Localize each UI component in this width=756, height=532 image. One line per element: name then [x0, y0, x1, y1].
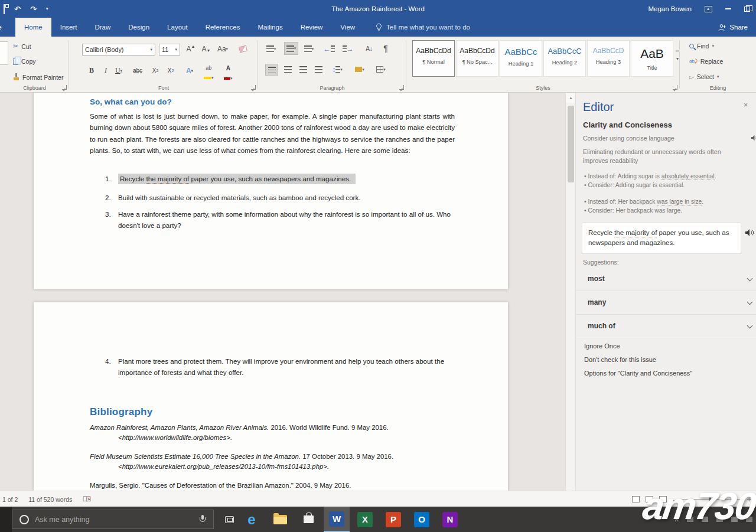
style-heading-3[interactable]: AaBbCcD Heading 3	[587, 40, 630, 77]
style-heading-2[interactable]: AaBbCcC Heading 2	[543, 40, 586, 77]
style-normal[interactable]: AaBbCcDd ¶ Normal	[412, 40, 455, 77]
restore-icon[interactable]	[744, 6, 750, 12]
format-painter-button[interactable]: Format Painter	[13, 73, 63, 81]
font-size-select[interactable]: 11▾	[159, 44, 180, 56]
select-button[interactable]: ▻Select▾	[689, 73, 719, 80]
taskbar-powerpoint[interactable]: P	[380, 507, 406, 532]
tab-mailings[interactable]: Mailings	[249, 18, 291, 37]
proofing-errors-icon[interactable]	[83, 495, 92, 503]
suggestion-much-of[interactable]: much of	[576, 315, 756, 338]
line-spacing-button[interactable]: ↕▾	[331, 64, 343, 75]
tab-file[interactable]: File	[0, 18, 15, 37]
ignore-once-link[interactable]: Ignore Once	[584, 342, 620, 350]
tab-home[interactable]: Home	[15, 18, 51, 37]
page-indicator[interactable]: 1 of 2	[2, 496, 18, 503]
underline-button[interactable]: U▾	[113, 65, 125, 76]
tab-design[interactable]: Design	[119, 18, 158, 37]
shading-button[interactable]: ▾	[354, 64, 366, 75]
font-color-button[interactable]: A▾	[224, 65, 233, 82]
flagged-sentence-box[interactable]: Recycle the majority of paper you use, s…	[582, 222, 741, 254]
strikethrough-button[interactable]: abc	[132, 65, 144, 76]
tell-me-box[interactable]: Tell me what you want to do	[376, 18, 470, 37]
word-count[interactable]: 11 of 520 words	[28, 496, 72, 503]
chevron-down-icon[interactable]	[747, 323, 753, 329]
multilevel-list-button[interactable]: ▾	[303, 43, 315, 54]
align-right-button[interactable]	[297, 64, 309, 75]
italic-button[interactable]: I	[100, 65, 112, 76]
page-1[interactable]: So, what can you do? Some of what is los…	[34, 93, 508, 289]
options-link[interactable]: Options for "Clarity and Conciseness"	[584, 370, 692, 377]
tab-references[interactable]: References	[197, 18, 249, 37]
paragraph-dialog-launcher[interactable]	[399, 85, 404, 90]
suggestion-many[interactable]: many	[576, 291, 756, 315]
dont-check-link[interactable]: Don't check for this issue	[584, 356, 656, 363]
am730-watermark: am730	[640, 487, 756, 525]
style-title[interactable]: AaB Title	[631, 40, 673, 77]
chevron-down-icon[interactable]	[747, 276, 753, 282]
signed-in-user[interactable]: Megan Bowen	[648, 5, 692, 12]
scrollbar-thumb[interactable]	[568, 106, 574, 182]
cortana-search-box[interactable]: Ask me anything	[12, 510, 214, 529]
cut-button[interactable]: ✂Cut	[13, 43, 31, 50]
speaker-icon[interactable]	[745, 229, 754, 239]
replace-button[interactable]: ab⤸Replace	[689, 58, 723, 65]
superscript-button[interactable]: X2	[165, 65, 177, 76]
minimize-icon[interactable]	[725, 8, 731, 9]
start-button[interactable]	[0, 507, 12, 532]
page-2[interactable]: 4.Plant more trees and protect them. The…	[34, 302, 508, 491]
taskbar-word-active[interactable]: W	[324, 507, 350, 532]
borders-button[interactable]: ▾	[375, 64, 387, 75]
microphone-icon[interactable]	[200, 515, 205, 524]
status-bar: 1 of 2 11 of 520 words – +	[0, 491, 756, 507]
chevron-down-icon[interactable]	[747, 299, 753, 305]
increase-indent-button[interactable]: →	[342, 43, 354, 54]
tab-insert[interactable]: Insert	[51, 18, 86, 37]
bold-button[interactable]: B	[86, 65, 97, 76]
paragraph-marks-button[interactable]: ¶	[380, 43, 392, 54]
change-case-button[interactable]: Aa▾	[217, 43, 229, 54]
taskbar-onenote[interactable]: N	[437, 507, 463, 532]
subscript-button[interactable]: X2	[149, 65, 161, 76]
taskbar-store[interactable]	[295, 507, 321, 532]
document-scrollbar[interactable]: ▲	[565, 93, 575, 491]
copy-button[interactable]: Copy	[13, 58, 36, 65]
share-button[interactable]: Share	[718, 18, 748, 37]
taskbar-file-explorer[interactable]	[267, 507, 293, 532]
align-left-button[interactable]	[265, 64, 278, 76]
clipboard-dialog-launcher[interactable]	[62, 85, 67, 90]
tab-layout[interactable]: Layout	[158, 18, 197, 37]
tab-review[interactable]: Review	[292, 18, 332, 37]
tab-draw[interactable]: Draw	[86, 18, 119, 37]
taskbar-edge[interactable]: e	[239, 507, 265, 532]
paste-button[interactable]	[0, 41, 8, 65]
scroll-up-icon[interactable]: ▲	[566, 93, 576, 103]
text-effects-button[interactable]: A▾	[184, 65, 195, 76]
decrease-indent-button[interactable]: ←	[323, 43, 335, 54]
style-no-spacing[interactable]: AaBbCcDd ¶ No Spac...	[456, 40, 498, 77]
citation-2-url: <http://www.eurekalert.org/pub_releases/…	[118, 463, 329, 470]
read-aloud-icon[interactable]	[751, 133, 756, 143]
align-center-button[interactable]	[282, 64, 294, 75]
selected-sentence[interactable]: Recycle the majority of paper you use, s…	[118, 174, 356, 184]
document-canvas[interactable]: So, what can you do? Some of what is los…	[0, 93, 565, 491]
styles-dialog-launcher[interactable]	[673, 85, 677, 90]
style-heading-1[interactable]: AaBbCc Heading 1	[500, 40, 542, 77]
font-name-select[interactable]: Calibri (Body)▾	[82, 44, 155, 56]
close-icon[interactable]: ×	[744, 101, 748, 109]
read-mode-icon[interactable]	[632, 496, 640, 502]
justify-button[interactable]	[312, 64, 324, 75]
grow-font-button[interactable]: A▲	[185, 43, 197, 54]
suggestion-most[interactable]: most	[576, 267, 756, 291]
bullets-button[interactable]: ▾	[265, 43, 277, 54]
taskbar-outlook[interactable]: O	[409, 507, 435, 532]
tab-view[interactable]: View	[331, 18, 364, 37]
shrink-font-button[interactable]: A▼	[200, 43, 212, 54]
sort-button[interactable]: A↓	[363, 43, 375, 54]
font-dialog-launcher[interactable]	[251, 85, 256, 90]
numbering-button[interactable]: ▾	[284, 42, 298, 55]
highlight-button[interactable]: ab▾	[204, 65, 214, 81]
clear-formatting-button[interactable]	[237, 43, 249, 54]
ribbon-display-options-icon[interactable]	[705, 6, 712, 12]
find-button[interactable]: Find▾	[689, 43, 714, 50]
taskbar-excel[interactable]: X	[352, 507, 378, 532]
